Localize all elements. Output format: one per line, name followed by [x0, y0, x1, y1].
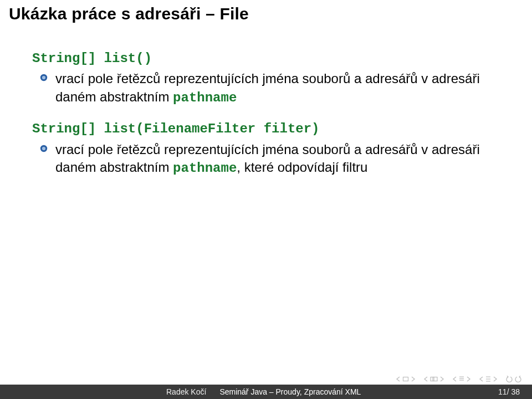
list-item: vrací pole řetězců reprezentujících jmén… [55, 70, 500, 107]
bullet-code: pathname [173, 90, 237, 105]
slide-title: Ukázka práce s adresáři – File [0, 0, 532, 34]
bullet-icon [40, 74, 48, 81]
bullet-code: pathname [173, 161, 237, 176]
bullet-text-pre: vrací pole řetězců reprezentujících jmén… [55, 71, 480, 104]
nav-prev-subsection[interactable] [423, 376, 444, 382]
method-signature: String[] list() [32, 50, 500, 68]
list-item: vrací pole řetězců reprezentujících jmén… [55, 141, 500, 178]
nav-controls [396, 376, 522, 382]
method-block-2: String[] list(FilenameFilter filter) vra… [32, 120, 500, 177]
svg-rect-4 [403, 377, 408, 381]
slide-footer: Radek Kočí Seminář Java – Proudy, Zpraco… [0, 385, 532, 399]
nav-back-forward[interactable] [505, 376, 522, 382]
slide-content: String[] list() vrací pole řetězců repre… [0, 34, 532, 177]
svg-rect-5 [431, 377, 434, 381]
footer-talk-title: Seminář Java – Proudy, Zpracování XML [219, 387, 498, 396]
svg-point-3 [42, 146, 45, 150]
footer-page-number: 11/ 38 [498, 387, 532, 396]
svg-rect-6 [433, 377, 437, 381]
nav-prev-frame[interactable] [479, 376, 498, 382]
svg-point-1 [42, 76, 45, 79]
nav-prev-slide[interactable] [396, 376, 416, 382]
bullet-text-post: , které odpovídají filtru [237, 160, 367, 175]
footer-author: Radek Kočí [0, 387, 219, 396]
method-signature: String[] list(FilenameFilter filter) [32, 120, 500, 138]
method-block-1: String[] list() vrací pole řetězců repre… [32, 50, 500, 107]
bullet-icon [40, 145, 48, 152]
nav-prev-section[interactable] [452, 376, 471, 382]
